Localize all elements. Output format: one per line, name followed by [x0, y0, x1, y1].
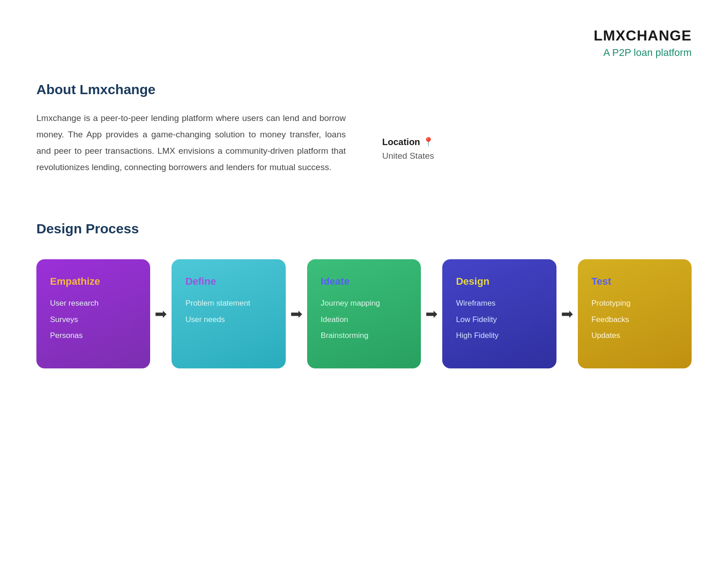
about-section: About Lmxchange Lmxchange is a peer-to-p… — [36, 82, 692, 176]
card-item: User research — [50, 297, 136, 309]
brand-title: LMXCHANGE — [594, 27, 692, 44]
process-arrow-icon: ➡ — [290, 305, 303, 322]
card-item: Problem statement — [185, 297, 272, 309]
about-text: Lmxchange is a peer-to-peer lending plat… — [36, 110, 346, 176]
about-left: About Lmxchange Lmxchange is a peer-to-p… — [36, 82, 346, 176]
location-value: United States — [382, 151, 434, 161]
card-item: Personas — [50, 330, 136, 342]
process-arrow-icon: ➡ — [155, 305, 167, 322]
location-pin-icon: 📍 — [423, 136, 434, 147]
card-item: High Fidelity — [456, 330, 542, 342]
card-title-test: Test — [592, 276, 678, 287]
card-item: Low Fidelity — [456, 314, 542, 326]
card-item: Journey mapping — [321, 297, 407, 309]
location-label: Location 📍 — [382, 136, 434, 147]
card-item: Wireframes — [456, 297, 542, 309]
process-card-test: TestPrototypingFeedbacksUpdates — [578, 259, 692, 368]
card-item: Surveys — [50, 314, 136, 326]
location-text: Location — [382, 137, 420, 147]
process-card-define: DefineProblem statementUser needs — [172, 259, 285, 368]
card-item: Ideation — [321, 314, 407, 326]
card-title-empathize: Empathize — [50, 276, 136, 287]
card-title-ideate: Ideate — [321, 276, 407, 287]
card-item: Prototyping — [592, 297, 678, 309]
process-cards: EmpathizeUser researchSurveysPersonas➡De… — [36, 259, 692, 368]
process-card-design: DesignWireframesLow FidelityHigh Fidelit… — [442, 259, 556, 368]
process-arrow-icon: ➡ — [425, 305, 438, 322]
card-title-design: Design — [456, 276, 542, 287]
process-card-empathize: EmpathizeUser researchSurveysPersonas — [36, 259, 150, 368]
about-right: Location 📍 United States — [382, 82, 434, 176]
card-title-define: Define — [185, 276, 272, 287]
card-item: Feedbacks — [592, 314, 678, 326]
process-arrow-icon: ➡ — [561, 305, 573, 322]
process-card-ideate: IdeateJourney mappingIdeationBrainstormi… — [307, 259, 421, 368]
design-process-section: Design Process EmpathizeUser researchSur… — [36, 221, 692, 368]
card-item: User needs — [185, 314, 272, 326]
about-heading: About Lmxchange — [36, 82, 346, 97]
card-item: Brainstorming — [321, 330, 407, 342]
card-item: Updates — [592, 330, 678, 342]
design-process-heading: Design Process — [36, 221, 692, 237]
header: LMXCHANGE A P2P loan platform — [594, 27, 692, 59]
brand-subtitle: A P2P loan platform — [594, 47, 692, 59]
